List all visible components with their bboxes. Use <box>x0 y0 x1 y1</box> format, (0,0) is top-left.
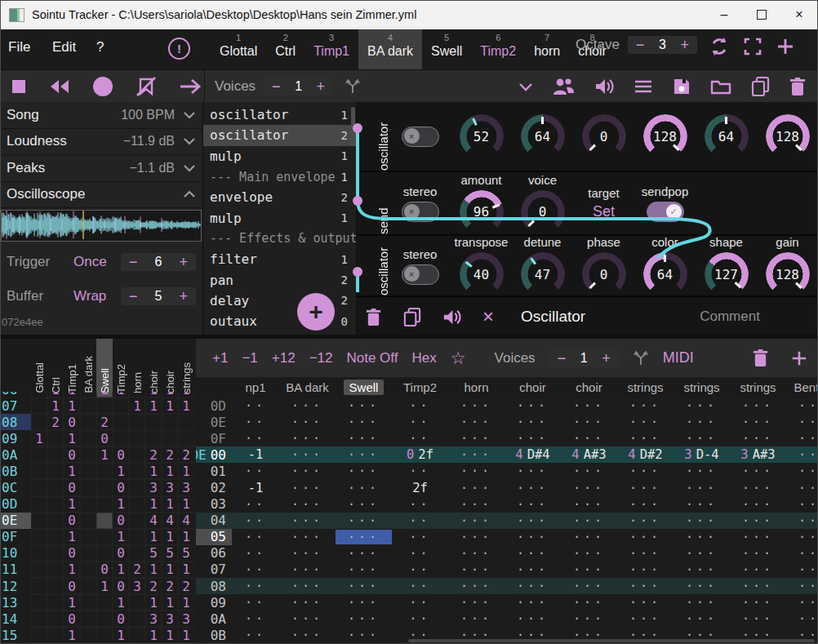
order-cell[interactable] <box>47 496 64 513</box>
note-cell[interactable]: ··· <box>617 562 674 577</box>
note-cell[interactable]: 02f <box>392 447 448 462</box>
note-cell[interactable]: -1 <box>232 447 279 462</box>
order-cell[interactable] <box>113 398 129 414</box>
knob-shape[interactable]: 64 <box>705 114 749 158</box>
order-cell[interactable] <box>129 513 145 529</box>
note-cell[interactable]: ·· <box>232 530 279 544</box>
order-cell[interactable]: 1 <box>145 463 162 479</box>
note-cell[interactable]: ··· <box>617 481 674 495</box>
order-cell[interactable]: 2 <box>162 446 178 463</box>
order-cell[interactable]: 0 <box>64 446 80 463</box>
note-cell[interactable]: ··· <box>505 431 561 446</box>
note-cell[interactable]: ··· <box>336 481 392 495</box>
order-cell[interactable] <box>47 594 64 611</box>
note-cell[interactable]: ··· <box>730 546 786 561</box>
note-cell[interactable]: ··· <box>786 513 818 528</box>
order-cell[interactable] <box>31 398 47 414</box>
note-cell[interactable]: ··· <box>561 464 617 478</box>
order-cell[interactable]: 0 <box>113 611 129 627</box>
track-header-choir[interactable]: choir <box>505 380 561 394</box>
menu-file[interactable]: File <box>8 39 30 56</box>
unit-list-item[interactable]: mulp1 <box>203 146 356 167</box>
order-cell[interactable] <box>47 562 64 578</box>
track-voices-minus-button[interactable]: − <box>558 351 567 366</box>
order-cell[interactable] <box>31 594 47 611</box>
order-cell[interactable]: 5 <box>162 545 178 562</box>
note-cell[interactable]: ·· <box>232 464 279 478</box>
order-cell[interactable]: 5 <box>145 545 162 562</box>
note-cell[interactable]: ··· <box>617 595 674 610</box>
note-cell[interactable]: ··· <box>730 595 786 610</box>
note-cell[interactable]: ··· <box>730 398 786 413</box>
note-cell[interactable]: ··· <box>279 562 336 577</box>
order-cell[interactable] <box>162 414 178 430</box>
note-cell[interactable]: ··· <box>674 595 730 610</box>
note-cell[interactable]: ·· <box>392 595 448 610</box>
octave-minus-button[interactable]: − <box>636 38 645 52</box>
order-cell[interactable] <box>80 611 96 627</box>
order-cell[interactable] <box>80 414 96 430</box>
note-cell[interactable]: ··· <box>674 530 730 544</box>
order-cell[interactable] <box>80 479 96 495</box>
note-cell[interactable]: ·· <box>392 398 448 413</box>
note-cell[interactable]: ··· <box>448 481 505 495</box>
note-cell[interactable]: ··· <box>674 415 730 429</box>
voices-minus-button[interactable]: − <box>272 79 281 94</box>
note-cell[interactable]: ··· <box>617 398 674 413</box>
note-row-number[interactable]: 0E00 <box>196 446 232 463</box>
note-cell[interactable]: ··· <box>279 415 336 429</box>
unit-speaker-icon[interactable] <box>442 308 462 326</box>
save-icon[interactable] <box>672 77 691 96</box>
unit-list-item[interactable]: --- Main envelope1 <box>203 167 356 187</box>
order-cell[interactable] <box>80 513 96 529</box>
panel-row-loudness[interactable]: Loudness−11.9 dB <box>0 129 202 156</box>
menu-hamburger-icon[interactable] <box>634 78 653 95</box>
note-cell[interactable]: ··· <box>448 579 505 593</box>
knob-detune[interactable]: 64 <box>521 114 565 158</box>
trigger-minus-button[interactable]: − <box>129 255 138 269</box>
note-cell[interactable]: ··· <box>336 546 392 561</box>
note-cell[interactable]: ··· <box>448 513 505 528</box>
order-cell[interactable] <box>31 562 47 578</box>
note-cell[interactable]: ··· <box>786 530 818 544</box>
track-voices-plus-button[interactable]: + <box>602 351 611 366</box>
order-cell[interactable] <box>47 611 64 627</box>
order-cell[interactable]: 1 <box>145 594 162 611</box>
unit-list-item[interactable]: oscillator1 <box>203 104 356 125</box>
order-cell[interactable] <box>129 463 145 479</box>
knob-amount[interactable]: 96 <box>460 190 504 234</box>
note-cell[interactable]: ··· <box>674 611 730 626</box>
note-cell[interactable]: ··· <box>786 611 818 626</box>
order-cell[interactable] <box>47 513 64 529</box>
order-cell[interactable]: 2 <box>47 414 64 430</box>
note-cell[interactable]: ··· <box>279 481 336 495</box>
note-row-number[interactable]: 0E <box>196 414 232 430</box>
unit-list-item[interactable]: oscillator2 <box>203 125 356 145</box>
note-cell[interactable]: ··· <box>561 546 617 561</box>
order-cell[interactable]: 2 <box>129 562 145 578</box>
order-cell[interactable] <box>80 430 96 446</box>
order-cell[interactable]: 1 <box>178 529 194 545</box>
knob-shape[interactable]: 127 <box>705 252 749 296</box>
stop-button[interactable] <box>11 78 27 95</box>
note-cell[interactable]: ··· <box>336 595 392 610</box>
order-cell[interactable] <box>31 627 47 643</box>
order-cell[interactable]: 1 <box>64 562 80 578</box>
toggle-stereo[interactable]: × <box>402 127 439 147</box>
note-cell[interactable]: ·· <box>232 415 279 429</box>
order-cell[interactable]: 1 <box>145 398 162 414</box>
order-cell[interactable]: 5 <box>178 545 194 562</box>
note-cell[interactable]: ··· <box>448 611 505 626</box>
order-cell[interactable]: 1 <box>162 496 178 513</box>
order-cell[interactable]: 1 <box>64 430 80 446</box>
note-cell[interactable]: 4A#3 <box>561 447 617 462</box>
order-cell[interactable] <box>178 414 194 430</box>
close-unit-icon[interactable]: × <box>482 309 494 325</box>
note-cell[interactable]: ··· <box>448 595 505 610</box>
order-column-header[interactable]: choir <box>145 371 162 393</box>
order-cell[interactable] <box>31 446 47 463</box>
order-cell[interactable]: 0 <box>64 414 80 430</box>
note-cell[interactable]: ··· <box>674 579 730 593</box>
order-cell[interactable] <box>113 414 129 430</box>
order-cell[interactable] <box>47 479 64 495</box>
